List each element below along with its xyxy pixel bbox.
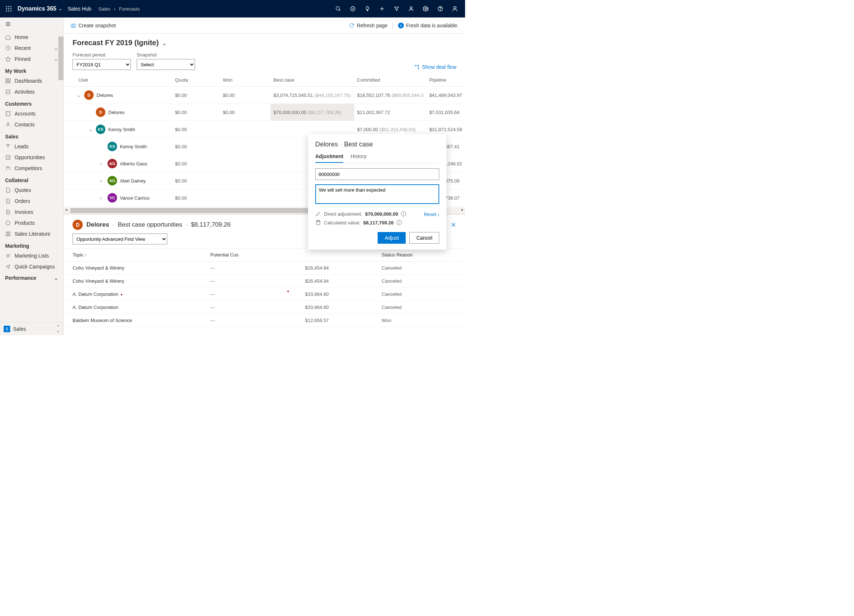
cell-quota[interactable]: $0.00 (172, 104, 220, 121)
cell-status[interactable]: Canceled (377, 275, 465, 288)
nav-sales-literature[interactable]: Sales Literature (0, 228, 63, 239)
hamburger-icon[interactable] (0, 17, 63, 32)
opp-col-status[interactable]: Status Reason (377, 248, 465, 262)
opp-col-customer[interactable]: Potential Cus (206, 248, 301, 262)
refresh-button[interactable]: Refresh page (349, 23, 387, 29)
adjustment-value-input[interactable] (315, 168, 439, 180)
nav-accounts[interactable]: Accounts (0, 108, 63, 119)
cell-revenue[interactable]: $33,984.80 (301, 301, 377, 314)
cell-won[interactable] (220, 189, 271, 207)
col-won[interactable]: Won (220, 74, 271, 87)
cell-status[interactable]: Canceled (377, 301, 465, 314)
expand-chevron-icon[interactable]: ⌄ (88, 127, 93, 132)
cell-status[interactable]: Canceled (377, 288, 465, 301)
cell-topic[interactable]: Coho Vineyard & Winery (64, 275, 206, 288)
table-row[interactable]: D Delores $0.00 $0.00 $70,000,000.00($8,… (64, 104, 465, 121)
nav-leads[interactable]: Leads (0, 141, 63, 152)
col-user[interactable]: User (64, 74, 172, 87)
col-best[interactable]: Best case (270, 74, 354, 87)
app-name[interactable]: Sales Hub (68, 6, 92, 12)
nav-recent[interactable]: Recent (0, 43, 63, 53)
col-committed[interactable]: Committed (354, 74, 427, 87)
cell-quota[interactable]: $0.00 (172, 155, 220, 172)
period-select[interactable]: FY2019 Q1 (73, 59, 131, 70)
snapshot-select[interactable]: Select (137, 59, 195, 70)
nav-contacts[interactable]: Contacts (0, 119, 63, 130)
cell-won[interactable] (220, 172, 271, 189)
nav-performance[interactable]: Performance (0, 272, 63, 284)
nav-competitors[interactable]: Competitors (0, 163, 63, 174)
cell-customer[interactable]: --- (206, 314, 301, 327)
cell-customer[interactable]: --- (206, 275, 301, 288)
cell-won[interactable] (220, 121, 271, 138)
create-snapshot-button[interactable]: Create snapshot (70, 23, 116, 29)
table-row[interactable]: A. Datum Corporation• ---• $33,984.80 Ca… (64, 288, 465, 301)
nav-dashboards[interactable]: Dashboards (0, 75, 63, 86)
show-deal-flow-button[interactable]: Show deal flow (414, 64, 456, 70)
account-icon[interactable] (448, 0, 462, 17)
cell-won[interactable] (220, 138, 271, 155)
cell-customer[interactable]: ---• (206, 288, 301, 301)
cell-won[interactable]: $0.00 (220, 104, 271, 121)
cell-status[interactable]: Canceled (377, 262, 465, 275)
sidebar-scrollbar[interactable] (58, 37, 63, 80)
table-row[interactable]: Coho Vineyard & Winery --- $26,454.94 Ca… (64, 275, 465, 288)
info-icon[interactable]: i (396, 220, 402, 225)
table-row[interactable]: Coho Vineyard & Winery --- $26,454.94 Ca… (64, 262, 465, 275)
brand-title[interactable]: Dynamics 365 ⌄ (17, 6, 62, 12)
table-row[interactable]: A. Datum Corporation --- $33,984.80 Canc… (64, 301, 465, 314)
cell-pipeline[interactable]: $41,489,043.97 (427, 87, 465, 104)
view-select[interactable]: Opportunity Advanced Find View (73, 234, 167, 245)
table-row[interactable]: Baldwin Museum of Science --- $12,656.57… (64, 314, 465, 327)
opp-col-revenue[interactable] (301, 248, 377, 262)
nav-activities[interactable]: Activities (0, 86, 63, 97)
expand-chevron-icon[interactable]: › (100, 195, 105, 201)
cell-best-case[interactable]: $3,074,715,045.51($44,150,247.75) (270, 87, 354, 104)
nav-invoices[interactable]: Invoices (0, 207, 63, 218)
expand-chevron-icon[interactable]: › (100, 178, 105, 184)
opp-col-topic[interactable]: Topic ↑ (64, 248, 206, 262)
nav-home[interactable]: Home (0, 32, 63, 43)
cell-quota[interactable]: $0.00 (172, 172, 220, 189)
cell-won[interactable] (220, 155, 271, 172)
cell-quota[interactable]: $0.00 (172, 138, 220, 155)
cell-topic[interactable]: A. Datum Corporation• (64, 288, 206, 301)
nav-quick-campaigns[interactable]: Quick Campaigns (0, 261, 63, 272)
cell-revenue[interactable]: $26,454.94 (301, 275, 377, 288)
nav-quotes[interactable]: Quotes (0, 185, 63, 196)
breadcrumb-forecasts[interactable]: Forecasts (119, 6, 140, 12)
expand-chevron-icon[interactable]: ⌄ (77, 93, 81, 98)
tab-history[interactable]: History (351, 154, 367, 163)
settings-icon[interactable] (418, 0, 433, 17)
cell-pipeline[interactable]: $7,031,635.64 (427, 104, 465, 121)
cell-revenue[interactable]: $33,984.80 (301, 288, 377, 301)
cell-committed[interactable]: $11,002,367.72 (354, 104, 427, 121)
cell-best-case[interactable]: $70,000,000.00($8,117,709.26) (270, 104, 354, 121)
area-switcher[interactable]: S Sales ⌃⌄ (0, 322, 63, 335)
cell-quota[interactable]: $0.00 (172, 189, 220, 207)
expand-chevron-icon[interactable]: › (100, 161, 105, 166)
cell-revenue[interactable]: $26,454.94 (301, 262, 377, 275)
cell-won[interactable]: $0.00 (220, 87, 271, 104)
reset-button[interactable]: Reset › (424, 211, 439, 217)
nav-pinned[interactable]: Pinned (0, 53, 63, 64)
col-pipeline[interactable]: Pipeline (427, 74, 465, 87)
nav-marketing-lists[interactable]: Marketing Lists (0, 250, 63, 261)
add-icon[interactable] (375, 0, 389, 17)
task-icon[interactable] (346, 0, 360, 17)
info-icon[interactable]: i (401, 211, 406, 216)
cell-customer[interactable]: --- (206, 262, 301, 275)
nav-opportunities[interactable]: Opportunities (0, 152, 63, 163)
col-quota[interactable]: Quota (172, 74, 220, 87)
lightbulb-icon[interactable] (360, 0, 375, 17)
cell-quota[interactable]: $0.00 (172, 121, 220, 138)
search-icon[interactable] (331, 0, 346, 17)
cell-topic[interactable]: Baldwin Museum of Science (64, 314, 206, 327)
cell-topic[interactable]: Coho Vineyard & Winery (64, 262, 206, 275)
filter-icon[interactable] (389, 0, 404, 17)
cell-quota[interactable]: $0.00 (172, 87, 220, 104)
cell-topic[interactable]: A. Datum Corporation (64, 301, 206, 314)
table-row[interactable]: ⌄ D Delores $0.00 $0.00 $3,074,715,045.5… (64, 87, 465, 104)
tab-adjustment[interactable]: Adjustment (315, 154, 343, 163)
cell-status[interactable]: Won (377, 314, 465, 327)
